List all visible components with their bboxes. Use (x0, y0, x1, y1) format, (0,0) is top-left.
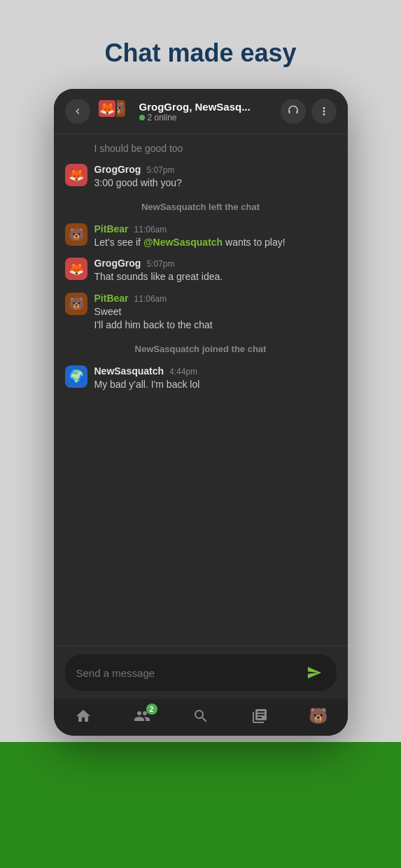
online-status: 2 online (139, 113, 274, 122)
message-text-2: I'll add him back to the chat (94, 318, 337, 332)
avatar: 🦊 (65, 164, 87, 186)
system-message: NewSasquatch left the chat (54, 195, 348, 219)
avatar: 🐻 (65, 223, 87, 246)
timestamp: 4:44pm (169, 367, 197, 377)
message-row: 🦊 GrogGrog 5:07pm That sounds like a gre… (54, 253, 348, 288)
message-row: 🐻 PitBear 11:06am Let's see if @NewSasqu… (54, 219, 348, 254)
bottom-nav: 2 🐻 (54, 699, 348, 736)
chat-header: 🦊 🐻 GrogGrog, NewSasq... 2 online (54, 89, 348, 134)
nav-library[interactable] (250, 706, 269, 726)
message-header: PitBear 11:06am (94, 223, 337, 234)
avatar: 🦊 (65, 258, 87, 280)
input-area (54, 645, 348, 699)
page-title: Chat made easy (0, 0, 401, 89)
message-content: NewSasquatch 4:44pm My bad y'all. I'm ba… (94, 365, 337, 392)
username: GrogGrog (94, 258, 141, 269)
username: GrogGrog (94, 164, 141, 175)
profile-icon: 🐻 (309, 706, 328, 726)
message-row: 🌍 NewSasquatch 4:44pm My bad y'all. I'm … (54, 361, 348, 396)
avatar-groggrog: 🦊 (97, 99, 117, 118)
timestamp: 11:06am (134, 225, 167, 234)
message-text: That sounds like a great idea. (94, 270, 337, 284)
avatar-group: 🦊 🐻 (97, 99, 132, 124)
header-info: GrogGrog, NewSasq... 2 online (139, 101, 274, 122)
header-icons (281, 99, 337, 124)
message-content: PitBear 11:06am Let's see if @NewSasquat… (94, 223, 337, 250)
message-row: 🐻 PitBear 11:06am Sweet I'll add him bac… (54, 288, 348, 337)
search-icon (191, 706, 211, 726)
timestamp: 5:07pm (146, 165, 174, 175)
avatar: 🌍 (65, 365, 87, 388)
message-input[interactable] (76, 667, 296, 679)
message-text: My bad y'all. I'm back lol (94, 378, 337, 392)
online-dot (139, 115, 145, 120)
send-button[interactable] (303, 662, 325, 684)
message-content: GrogGrog 5:07pm 3:00 good with you? (94, 164, 337, 190)
message-content: GrogGrog 5:07pm That sounds like a great… (94, 258, 337, 284)
message-text: 3:00 good with you? (94, 176, 337, 190)
message-header: GrogGrog 5:07pm (94, 258, 337, 269)
username: PitBear (94, 293, 129, 304)
mention: @NewSasquatch (143, 237, 223, 248)
message-header: GrogGrog 5:07pm (94, 164, 337, 175)
more-button[interactable] (311, 99, 337, 124)
online-count: 2 online (148, 113, 177, 122)
message-header: NewSasquatch 4:44pm (94, 365, 337, 377)
timestamp: 11:06am (134, 294, 167, 304)
library-icon (250, 706, 269, 726)
message-text: Let's see if @NewSasquatch wants to play… (94, 236, 337, 250)
phone-frame: 🦊 🐻 GrogGrog, NewSasq... 2 online I shou… (54, 89, 348, 736)
friends-badge: 2 (146, 704, 157, 715)
message-row: 🦊 GrogGrog 5:07pm 3:00 good with you? (54, 160, 348, 195)
message-content: PitBear 11:06am Sweet I'll add him back … (94, 293, 337, 332)
username: NewSasquatch (94, 365, 164, 377)
back-button[interactable] (65, 99, 90, 124)
faded-message: I should be good too (54, 140, 348, 160)
headset-button[interactable] (281, 99, 306, 124)
home-icon (73, 706, 93, 726)
nav-profile[interactable]: 🐻 (309, 706, 328, 726)
message-header: PitBear 11:06am (94, 293, 337, 304)
messages-area: I should be good too 🦊 GrogGrog 5:07pm 3… (54, 134, 348, 645)
username: PitBear (94, 223, 129, 234)
nav-search[interactable] (191, 706, 211, 726)
nav-home[interactable] (73, 706, 93, 726)
avatar: 🐻 (65, 293, 87, 315)
nav-friends[interactable]: 2 (132, 706, 152, 726)
system-message: NewSasquatch joined the chat (54, 337, 348, 361)
timestamp: 5:07pm (146, 259, 174, 269)
input-row (65, 654, 337, 691)
channel-name: GrogGrog, NewSasq... (139, 101, 274, 113)
message-text: Sweet (94, 305, 337, 319)
